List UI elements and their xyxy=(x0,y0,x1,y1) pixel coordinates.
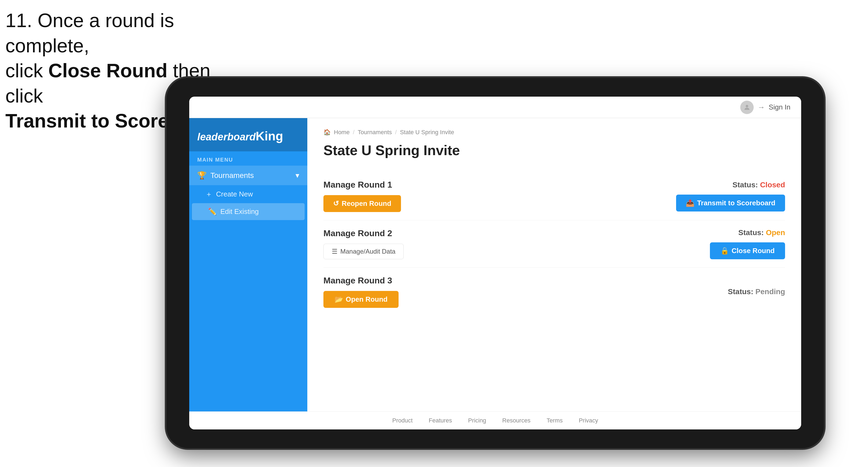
footer: Product Features Pricing Resources Terms… xyxy=(189,411,801,429)
round-1-status: Status: Closed xyxy=(733,181,785,189)
round-3-status-value: Pending xyxy=(755,287,785,296)
footer-product[interactable]: Product xyxy=(392,417,412,424)
sidebar-edit-existing-label: Edit Existing xyxy=(220,208,259,216)
chevron-down-icon: ▾ xyxy=(296,171,299,180)
pencil-icon: ✏️ xyxy=(208,208,217,216)
round-2-title: Manage Round 2 xyxy=(323,228,404,238)
lock-icon: 🔒 xyxy=(720,247,729,255)
sidebar: leaderboardKing MAIN MENU 🏆 Tournaments … xyxy=(189,118,307,411)
round-3-left: Manage Round 3 📂 Open Round xyxy=(323,276,399,308)
footer-privacy[interactable]: Privacy xyxy=(579,417,598,424)
logo-suffix: King xyxy=(256,129,283,143)
round-3-status: Status: Pending xyxy=(728,287,785,296)
tablet-screen: → Sign In leaderboardKing MAIN MENU 🏆 To… xyxy=(189,97,801,429)
sign-in-arrow-icon: → xyxy=(757,103,765,112)
manage-audit-label: Manage/Audit Data xyxy=(340,248,395,255)
round-1-section: Manage Round 1 ↺ Reopen Round Status: Cl… xyxy=(323,172,785,220)
breadcrumb: 🏠 Home / Tournaments / State U Spring In… xyxy=(323,129,785,136)
plus-icon: ＋ xyxy=(205,189,212,199)
sign-in-area: → Sign In xyxy=(740,101,790,114)
sidebar-item-edit-existing[interactable]: ✏️ Edit Existing xyxy=(192,203,305,220)
round-2-status: Status: Open xyxy=(738,228,785,237)
instruction-close-round: Close Round xyxy=(48,60,167,81)
page-title: State U Spring Invite xyxy=(323,142,785,158)
round-1-title: Manage Round 1 xyxy=(323,180,401,190)
sidebar-create-new-label: Create New xyxy=(216,190,253,198)
logo-area: leaderboardKing xyxy=(189,118,307,151)
round-3-right: Status: Pending xyxy=(728,287,785,296)
footer-resources[interactable]: Resources xyxy=(502,417,530,424)
transmit-to-scoreboard-button[interactable]: 📤 Transmit to Scoreboard xyxy=(676,195,785,212)
round-1-left: Manage Round 1 ↺ Reopen Round xyxy=(323,180,401,212)
round-2-status-value: Open xyxy=(766,228,785,237)
sign-in-label[interactable]: Sign In xyxy=(769,103,790,112)
breadcrumb-current: State U Spring Invite xyxy=(400,129,454,136)
transmit-label: Transmit to Scoreboard xyxy=(697,199,775,207)
folder-icon: 📂 xyxy=(334,295,343,304)
instruction-line1: 11. Once a round is complete, xyxy=(5,8,247,58)
manage-audit-button[interactable]: ☰ Manage/Audit Data xyxy=(323,244,404,259)
close-round-label: Close Round xyxy=(732,247,775,255)
round-3-title: Manage Round 3 xyxy=(323,276,399,286)
close-round-button[interactable]: 🔒 Close Round xyxy=(710,242,785,259)
round-3-status-prefix: Status: xyxy=(728,287,753,296)
logo: leaderboardKing xyxy=(197,129,299,143)
main-menu-label: MAIN MENU xyxy=(189,151,307,165)
tablet-frame: → Sign In leaderboardKing MAIN MENU 🏆 To… xyxy=(166,78,824,448)
svg-point-2 xyxy=(746,105,748,107)
reopen-round-label: Reopen Round xyxy=(342,199,391,208)
top-bar: → Sign In xyxy=(189,97,801,118)
sidebar-item-tournaments[interactable]: 🏆 Tournaments ▾ xyxy=(189,165,307,185)
round-2-right: Status: Open 🔒 Close Round xyxy=(710,228,785,259)
round-2-section: Manage Round 2 ☰ Manage/Audit Data Statu… xyxy=(323,220,785,268)
round-1-status-value: Closed xyxy=(760,181,785,189)
sidebar-item-create-new[interactable]: ＋ Create New xyxy=(189,185,307,203)
avatar-icon xyxy=(740,101,754,114)
footer-terms[interactable]: Terms xyxy=(547,417,563,424)
home-icon: 🏠 xyxy=(323,129,331,136)
open-round-label: Open Round xyxy=(346,295,388,304)
footer-features[interactable]: Features xyxy=(429,417,452,424)
round-2-status-prefix: Status: xyxy=(738,228,764,237)
open-round-button[interactable]: 📂 Open Round xyxy=(323,291,399,308)
table-icon: ☰ xyxy=(332,248,338,255)
footer-pricing[interactable]: Pricing xyxy=(468,417,486,424)
round-2-left: Manage Round 2 ☰ Manage/Audit Data xyxy=(323,228,404,259)
logo-prefix: leaderboard xyxy=(197,131,256,143)
breadcrumb-separator-2: / xyxy=(395,129,397,136)
breadcrumb-separator-1: / xyxy=(353,129,354,136)
trophy-icon: 🏆 xyxy=(197,171,207,180)
round-1-status-prefix: Status: xyxy=(733,181,758,189)
breadcrumb-tournaments[interactable]: Tournaments xyxy=(358,129,392,136)
refresh-icon: ↺ xyxy=(333,199,339,208)
instruction-click: click xyxy=(5,60,48,81)
send-icon: 📤 xyxy=(686,199,694,207)
sidebar-tournaments-label: Tournaments xyxy=(210,171,254,180)
breadcrumb-home[interactable]: Home xyxy=(334,129,350,136)
round-3-section: Manage Round 3 📂 Open Round Status: Pend… xyxy=(323,268,785,316)
content-area: 🏠 Home / Tournaments / State U Spring In… xyxy=(307,118,801,411)
reopen-round-button[interactable]: ↺ Reopen Round xyxy=(323,195,401,212)
round-1-right: Status: Closed 📤 Transmit to Scoreboard xyxy=(676,181,785,212)
